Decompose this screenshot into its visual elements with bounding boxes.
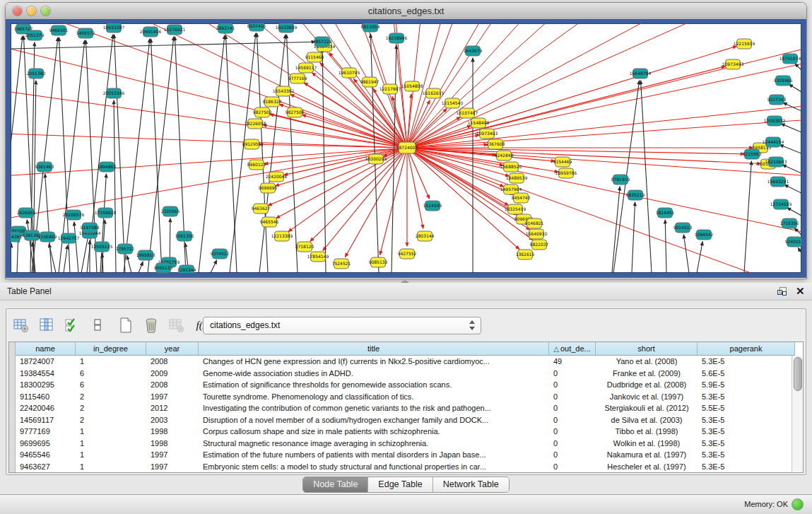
table-cell[interactable]: Wolkin et al. (1998) (596, 438, 698, 450)
table-cell[interactable]: Hescheler et al. (1997) (596, 461, 698, 473)
table-cell[interactable]: 6 (76, 368, 146, 380)
table-cell[interactable]: Nakamura et al. (1997) (596, 449, 698, 461)
table-cell[interactable]: 5.3E-5 (698, 461, 795, 473)
graph-node[interactable]: 2051380 (27, 69, 46, 78)
graph-edge-black[interactable] (683, 235, 689, 273)
graph-node[interactable]: 9699695 (259, 183, 278, 193)
table-cell[interactable]: 0 (549, 391, 596, 403)
table-cell[interactable]: Genome-wide association studies in ADHD. (199, 368, 549, 380)
table-cell[interactable]: 0 (549, 414, 596, 426)
column-header-pagerank[interactable]: pagerank (698, 342, 795, 356)
graph-node[interactable]: 18325419 (505, 204, 526, 214)
table-cell[interactable]: 5.9E-5 (698, 379, 795, 391)
graph-node[interactable]: 1094542 (695, 230, 714, 240)
graph-node[interactable]: 9329966 (774, 76, 793, 86)
graph-node[interactable]: 16033809 (276, 23, 298, 33)
graph-node[interactable]: 18489539 (506, 173, 528, 183)
table-cell[interactable]: 5.3E-5 (698, 449, 795, 461)
column-header-name[interactable]: name (16, 342, 76, 356)
column-header-title[interactable]: title (199, 342, 549, 356)
table-cell[interactable]: Estimation of the future numbers of pati… (199, 449, 549, 461)
table-cell[interactable]: Stergiakouli et al. (2012) (596, 402, 698, 414)
column-header-short[interactable]: short (596, 342, 698, 356)
graph-node[interactable]: 8454743 (512, 193, 531, 203)
select-rows-icon[interactable] (63, 316, 81, 334)
table-cell[interactable]: 0 (549, 368, 596, 380)
table-cell[interactable]: 2 (76, 402, 146, 414)
table-cell[interactable]: 5.3E-5 (698, 391, 795, 403)
graph-edge-black[interactable] (632, 202, 635, 273)
table-cell[interactable]: Disruption of a novel member of a sodium… (199, 414, 549, 426)
table-row[interactable]: 911546021997Tourette syndrome. Phenomeno… (16, 391, 795, 403)
graph-node[interactable]: 12215919 (734, 39, 755, 49)
graph-edge-red[interactable] (413, 148, 558, 172)
graph-node[interactable]: 10653287 (103, 23, 125, 33)
graph-edge-black[interactable] (151, 39, 162, 273)
table-cell[interactable]: Estimation of significance thresholds fo… (199, 379, 549, 391)
graph-edge-black[interactable] (100, 174, 106, 273)
table-cell[interactable]: 2008 (146, 356, 199, 368)
graph-node[interactable]: 12154540 (442, 98, 464, 108)
table-cell[interactable]: 22420046 (16, 402, 76, 414)
table-row[interactable]: 1830029562008Estimation of significance … (16, 379, 795, 391)
table-row[interactable]: 977716911998Corpus callosum shape and si… (16, 426, 795, 438)
graph-node[interactable]: 8813054 (361, 23, 380, 32)
graph-node[interactable]: 16107487 (457, 108, 478, 118)
table-cell[interactable]: de Silva et al. (2003) (596, 414, 698, 426)
graph-edge-red[interactable] (413, 148, 760, 163)
graph-node[interactable]: 9827508 (286, 107, 305, 117)
graph-edge-red[interactable] (408, 153, 423, 228)
graph-node[interactable]: 8937416 (247, 23, 266, 31)
graph-node[interactable]: 9427552 (398, 249, 417, 259)
delete-table-icon[interactable] (167, 316, 186, 334)
graph-node[interactable]: 1995818 (136, 250, 155, 260)
graph-node[interactable]: 13505135 (91, 242, 113, 252)
graph-node[interactable]: 9463627 (252, 204, 271, 214)
table-settings-icon[interactable] (12, 316, 30, 334)
graph-node[interactable]: 10973493 (722, 59, 744, 69)
scrollbar-thumb[interactable] (794, 357, 802, 391)
graph-edge-black[interactable] (779, 145, 801, 153)
graph-node[interactable]: 2626065 (17, 208, 36, 218)
new-document-icon[interactable] (117, 316, 135, 334)
graph-edge-black[interactable] (781, 124, 801, 132)
graph-node[interactable]: 8960123 (247, 160, 266, 170)
table-cell[interactable]: 2 (76, 414, 146, 426)
graph-node[interactable]: 8791919 (611, 175, 630, 185)
table-row[interactable]: 1456911722003Disruption of a novel membe… (16, 414, 795, 426)
table-cell[interactable]: Changes of HCN gene expression and I(f) … (199, 356, 549, 368)
table-cell[interactable]: 9115460 (16, 391, 76, 403)
graph-node[interactable]: 1914391 (11, 232, 23, 242)
table-cell[interactable]: Tibbo et al. (1998) (596, 426, 698, 438)
graph-node[interactable]: 9055133 (154, 263, 173, 273)
graph-node[interactable]: 9361463 (35, 162, 54, 172)
graph-edge-black[interactable] (17, 238, 18, 273)
table-cell[interactable]: 9465546 (16, 449, 76, 461)
table-cell[interactable]: Yano et al. (2008) (596, 356, 698, 368)
graph-node[interactable]: 9374512 (211, 249, 230, 259)
graph-node[interactable]: 12724559 (770, 199, 792, 209)
column-icon[interactable] (37, 316, 56, 334)
graph-edge-black[interactable] (257, 33, 268, 273)
table-cell[interactable]: 2012 (146, 402, 199, 414)
graph-node[interactable]: 8186328 (263, 97, 282, 107)
table-cell[interactable]: Corpus callosum shape and size in male p… (199, 426, 549, 438)
tab-network-table[interactable]: Network Table (433, 477, 509, 492)
graph-node[interactable]: 2367608 (486, 139, 505, 149)
table-cell[interactable]: 2 (76, 391, 146, 403)
table-cell[interactable]: 1997 (146, 449, 199, 461)
graph-node[interactable]: 20206576 (63, 210, 85, 220)
graph-node[interactable]: 8912955 (242, 139, 261, 149)
table-row[interactable]: 946362711997Embryonic stem cells: a mode… (16, 461, 795, 473)
table-cell[interactable]: 5.3E-5 (698, 356, 795, 368)
graph-node[interactable]: 15688520 (500, 162, 522, 172)
graph-node[interactable]: 18959786 (555, 168, 577, 178)
table-cell[interactable]: 1 (76, 461, 146, 473)
table-cell[interactable]: 1997 (146, 391, 199, 403)
column-header-year[interactable]: year (146, 342, 199, 356)
table-cell[interactable]: 5.3E-5 (698, 438, 795, 450)
graph-edge-black[interactable] (697, 242, 702, 273)
graph-node[interactable]: 2051379 (25, 30, 45, 40)
table-cell[interactable]: 5.3E-5 (698, 426, 795, 438)
table-row[interactable]: 1872400712008Changes of HCN gene express… (16, 356, 795, 368)
